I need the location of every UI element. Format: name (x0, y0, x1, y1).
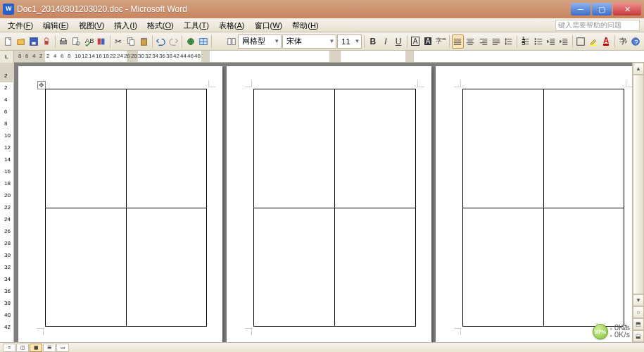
underline-button[interactable]: U (393, 34, 405, 49)
network-status-badge[interactable]: 37% 0K/s 0K/s (593, 324, 630, 339)
menu-table[interactable]: 表格(A) (214, 19, 250, 32)
open-icon (16, 37, 26, 46)
read-mode-button[interactable] (225, 34, 237, 49)
copy-button[interactable] (125, 34, 137, 49)
paste-button[interactable] (138, 34, 150, 49)
close-button[interactable]: ✕ (613, 3, 641, 15)
font-value: 宋体 (286, 36, 302, 46)
view-print-button[interactable]: ▦ (30, 344, 42, 352)
bullet-list-button[interactable] (532, 34, 544, 49)
indent-button[interactable] (558, 34, 570, 49)
menu-insert[interactable]: 插入(I) (109, 19, 141, 32)
new-doc-button[interactable] (2, 34, 14, 49)
help-search-input[interactable]: 键入需要帮助的问题 (555, 20, 640, 31)
redo-button[interactable] (168, 34, 179, 49)
view-read-button[interactable]: ▭ (56, 344, 69, 352)
menu-file[interactable]: 文件(F) (3, 19, 38, 32)
menu-window[interactable]: 窗口(W) (250, 19, 288, 32)
status-rates: 0K/s 0K/s (610, 325, 630, 339)
line-spacing-button[interactable] (503, 34, 514, 49)
page-1[interactable]: ✥ (18, 66, 222, 342)
size-value: 11 (341, 37, 350, 46)
table[interactable] (253, 89, 415, 327)
status-percent: 37% (593, 324, 608, 339)
bold-button[interactable]: B (367, 34, 379, 49)
table[interactable] (45, 89, 207, 327)
svg-rect-2 (32, 42, 35, 44)
char-border-button[interactable]: A (409, 34, 421, 49)
ruler-h-num: 16 (96, 53, 102, 59)
char-shading-button[interactable]: A (422, 34, 434, 49)
menu-format[interactable]: 格式(O) (142, 19, 179, 32)
research-button[interactable] (96, 34, 108, 49)
browse-object-button[interactable]: ○ (633, 306, 644, 318)
page-3[interactable] (436, 66, 640, 342)
ruler-h-num: 36 (159, 53, 165, 59)
number-list-icon: 123 (521, 37, 531, 46)
borders-icon (576, 37, 586, 46)
undo-button[interactable] (155, 34, 167, 49)
view-web-button[interactable]: ◫ (16, 344, 29, 352)
ruler-h-num: 44 (180, 53, 187, 59)
align-right-button[interactable] (477, 34, 489, 49)
char-scale-button[interactable]: 字 (617, 34, 629, 49)
view-normal-button[interactable]: ≡ (3, 344, 15, 352)
menu-view[interactable]: 视图(V) (74, 19, 110, 32)
page-2[interactable] (227, 66, 431, 342)
align-justify-button[interactable] (452, 34, 464, 49)
borders-button[interactable] (575, 34, 587, 49)
phonetic-button[interactable]: 字aa (435, 34, 447, 49)
preview-button[interactable] (70, 34, 82, 49)
ruler-h-num: 48 (194, 53, 201, 59)
document-area[interactable]: ✥ (14, 63, 644, 342)
ruler-h-num: 22 (110, 53, 116, 59)
align-center-button[interactable] (465, 34, 476, 49)
char-scale-icon: 字 (618, 37, 628, 46)
menu-tools[interactable]: 工具(T) (179, 19, 214, 32)
ruler-v-num: 28 (4, 240, 11, 246)
svg-rect-29 (591, 44, 597, 46)
horizontal-ruler[interactable]: L 86422468101214161822242628303234363842… (0, 51, 644, 63)
ruler-corner: L (0, 51, 14, 63)
italic-button[interactable]: I (379, 34, 391, 49)
highlight-button[interactable] (588, 34, 600, 49)
scroll-down-button[interactable]: ▼ (633, 294, 644, 306)
save-button[interactable] (27, 34, 39, 49)
scroll-up-button[interactable]: ▲ (633, 63, 644, 75)
size-combo[interactable]: 11 ▼ (337, 34, 362, 49)
vertical-ruler[interactable]: 224681012141618202224262830323436384042 (0, 63, 14, 342)
table[interactable] (462, 89, 624, 327)
print-icon (58, 37, 68, 46)
cut-button[interactable]: ✂ (113, 34, 125, 49)
scroll-thumb[interactable] (633, 75, 644, 294)
statusbar: ≡ ◫ ▦ ☰ ▭ (0, 342, 644, 352)
print-button[interactable] (57, 34, 69, 49)
view-outline-button[interactable]: ☰ (43, 344, 56, 352)
spell-button[interactable]: ABC (83, 34, 95, 49)
toolbar-help-button[interactable]: ? (630, 34, 642, 49)
ruler-v-num: 40 (4, 312, 11, 318)
permission-button[interactable] (40, 34, 52, 49)
tables-borders-button[interactable] (197, 34, 209, 49)
menu-help[interactable]: 帮助(H) (287, 19, 323, 32)
ruler-v-num: 22 (4, 204, 11, 210)
next-page-button[interactable]: ⬓ (633, 330, 644, 342)
outdent-button[interactable] (545, 34, 557, 49)
ruler-h-num: 34 (152, 53, 158, 59)
menu-edit[interactable]: 编辑(E) (38, 19, 74, 32)
rate-down: 0K/s (610, 332, 630, 339)
permission-icon (42, 37, 51, 46)
font-combo[interactable]: 宋体 ▼ (282, 34, 336, 49)
hyperlink-button[interactable] (184, 34, 196, 49)
ruler-h-num: 6 (61, 53, 63, 59)
align-distribute-button[interactable] (490, 34, 502, 49)
font-color-button[interactable]: A (600, 34, 612, 49)
prev-page-button[interactable]: ⬒ (633, 318, 644, 330)
style-combo[interactable]: 网格型 ▼ (238, 34, 282, 49)
ruler-v-num: 32 (4, 264, 11, 270)
vertical-scrollbar[interactable]: ▲ ▼ ○ ⬒ ⬓ (632, 63, 644, 342)
number-list-button[interactable]: 123 (519, 34, 531, 49)
open-button[interactable] (15, 34, 27, 49)
minimize-button[interactable]: ─ (571, 3, 591, 15)
maximize-button[interactable]: ▢ (592, 3, 612, 15)
